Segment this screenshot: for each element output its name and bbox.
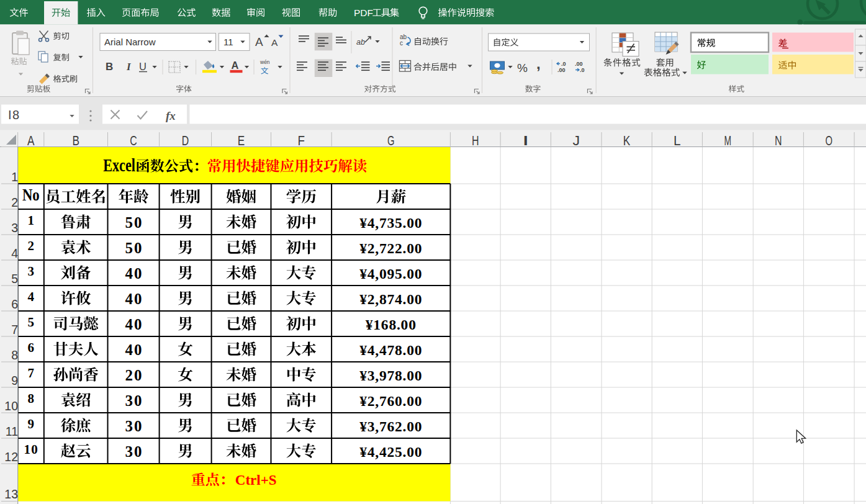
svg-text:G: G [387, 133, 395, 148]
svg-text:4: 4 [27, 289, 35, 304]
svg-text:7: 7 [11, 323, 18, 336]
svg-text:PDF: PDF [354, 7, 373, 18]
svg-text:D: D [182, 133, 189, 148]
svg-text:¥3,978.00: ¥3,978.00 [359, 367, 422, 384]
svg-text:7: 7 [27, 366, 35, 380]
svg-text:Ctrl+S: Ctrl+S [235, 472, 277, 488]
svg-text:fx: fx [166, 109, 176, 122]
svg-text:H: H [472, 133, 479, 148]
svg-text:30: 30 [125, 443, 143, 460]
svg-text:U: U [139, 61, 147, 72]
svg-text:¥2,760.00: ¥2,760.00 [359, 393, 422, 409]
svg-text:L: L [674, 133, 681, 148]
svg-text:13: 13 [4, 487, 18, 501]
svg-text:M: M [724, 133, 732, 148]
svg-text:%: % [517, 61, 528, 74]
svg-text:¥4,478.00: ¥4,478.00 [359, 342, 422, 358]
svg-text:8: 8 [11, 348, 18, 362]
svg-text:30: 30 [125, 392, 143, 409]
svg-text:¥3,762.00: ¥3,762.00 [359, 418, 422, 434]
svg-text:Arial Narrow: Arial Narrow [104, 37, 156, 47]
svg-text:I: I [522, 133, 530, 148]
svg-text:5: 5 [27, 315, 35, 330]
svg-text:wén: wén [259, 59, 270, 65]
svg-text:C: C [130, 133, 137, 148]
svg-text:10: 10 [4, 399, 18, 413]
svg-text:9: 9 [11, 374, 18, 387]
svg-text:11: 11 [6, 425, 18, 438]
svg-text:A: A [27, 133, 35, 148]
svg-text:B: B [72, 133, 79, 148]
svg-text:4: 4 [11, 246, 18, 260]
svg-text:¥4,735.00: ¥4,735.00 [359, 215, 422, 231]
svg-text:6: 6 [11, 297, 18, 311]
svg-text:O: O [826, 133, 833, 148]
svg-text:ab: ab [356, 38, 365, 47]
svg-text:.0: .0 [561, 61, 566, 67]
svg-text:K: K [623, 133, 631, 148]
svg-text:2: 2 [27, 238, 35, 253]
svg-text:40: 40 [125, 341, 143, 358]
svg-text:10: 10 [24, 442, 38, 457]
svg-text:50: 50 [125, 214, 143, 231]
svg-text:12: 12 [4, 450, 18, 464]
svg-text:A: A [232, 60, 239, 71]
svg-text:c: c [400, 40, 403, 47]
svg-text:3: 3 [11, 221, 18, 235]
svg-text:20: 20 [125, 367, 143, 384]
svg-text:40: 40 [125, 316, 143, 333]
svg-text:¥4,425.00: ¥4,425.00 [359, 444, 422, 460]
svg-text:N: N [775, 133, 782, 148]
svg-text:50: 50 [125, 240, 143, 256]
svg-text:11: 11 [223, 37, 233, 47]
svg-text:2: 2 [11, 196, 18, 209]
svg-text:E: E [238, 133, 245, 148]
svg-text:8: 8 [27, 391, 35, 406]
svg-text:.0: .0 [580, 67, 585, 73]
svg-text:40: 40 [125, 290, 143, 307]
svg-text:B: B [106, 61, 113, 73]
svg-text:1: 1 [11, 170, 18, 184]
svg-text:40: 40 [125, 265, 143, 282]
svg-text:J: J [572, 133, 580, 148]
svg-text:¥4,095.00: ¥4,095.00 [359, 266, 422, 282]
svg-text:.00: .00 [557, 67, 566, 73]
svg-text:,: , [536, 55, 541, 72]
svg-text:1: 1 [27, 213, 35, 228]
svg-text:No: No [22, 186, 40, 204]
svg-text:¥2,722.00: ¥2,722.00 [359, 240, 422, 256]
svg-text:9: 9 [27, 416, 35, 431]
svg-text:5: 5 [11, 272, 18, 286]
svg-text:I8: I8 [8, 108, 20, 122]
svg-text:¥2,874.00: ¥2,874.00 [359, 291, 422, 307]
svg-text:Excel: Excel [103, 155, 135, 176]
svg-text:¥168.00: ¥168.00 [366, 317, 417, 333]
svg-text:30: 30 [125, 418, 143, 434]
svg-text:6: 6 [27, 340, 35, 355]
svg-text:3: 3 [27, 264, 35, 279]
svg-text:F: F [298, 133, 305, 148]
svg-text:.00: .00 [575, 61, 583, 67]
svg-text:A: A [255, 35, 263, 48]
svg-text:A: A [271, 37, 278, 48]
